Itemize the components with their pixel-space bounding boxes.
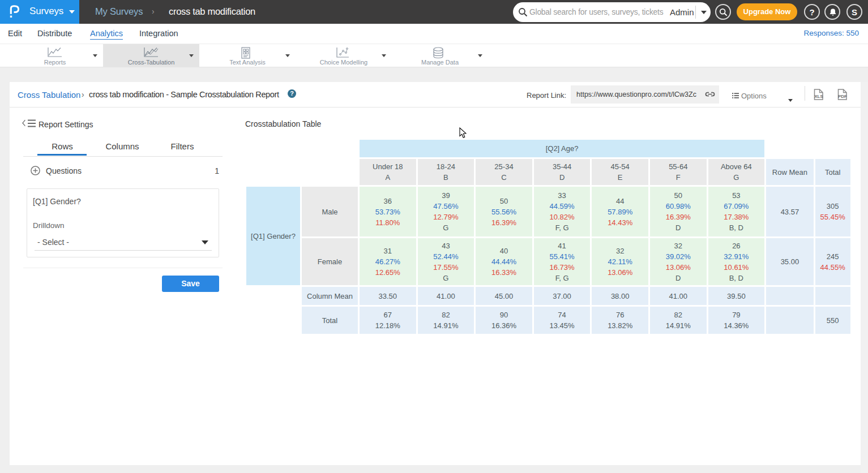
svg-text:PDF: PDF	[838, 94, 847, 99]
svg-text:XLS: XLS	[814, 94, 823, 99]
